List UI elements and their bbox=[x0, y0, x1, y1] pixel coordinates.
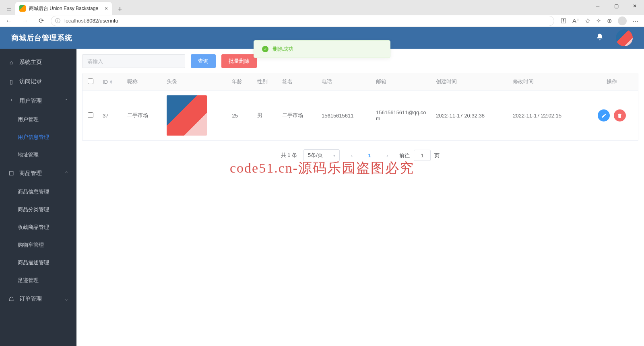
toast-message: 删除成功 bbox=[272, 45, 293, 53]
sidebar-subitem-goods-info[interactable]: 商品信息管理 bbox=[0, 183, 76, 201]
window-close-button[interactable]: ✕ bbox=[625, 0, 644, 12]
sidebar-item-orders[interactable]: ☖ 订单管理 ⌄ bbox=[0, 289, 76, 309]
sidebar-item-label: 用户管理 bbox=[19, 97, 60, 105]
sidebar-item-visits[interactable]: ▯ 访问记录 bbox=[0, 72, 76, 91]
next-page-button[interactable]: › bbox=[382, 150, 393, 161]
sidebar-subitem-goods-fav[interactable]: 收藏商品管理 bbox=[0, 218, 76, 236]
col-nickname: 昵称 bbox=[123, 73, 163, 91]
forward-button: → bbox=[19, 17, 31, 25]
sidebar-subitem-goods-track[interactable]: 足迹管理 bbox=[0, 272, 76, 289]
sidebar-item-label: 订单管理 bbox=[19, 295, 60, 303]
sidebar-item-goods[interactable]: ☐ 商品管理 ⌃ bbox=[0, 164, 76, 183]
chevron-down-icon: ▾ bbox=[333, 153, 335, 158]
cell-signature: 二手市场 bbox=[278, 91, 318, 141]
sidebar-subitem-user-manage[interactable]: 用户管理 bbox=[0, 111, 76, 128]
url-port: 8082 bbox=[87, 18, 98, 24]
bell-icon[interactable] bbox=[596, 33, 604, 43]
sidebar-item-label: 系统主页 bbox=[19, 59, 68, 66]
col-email: 邮箱 bbox=[372, 73, 432, 91]
app-root: 商城后台管理系统 ⌂ 系统主页 ▯ 访问记录 ᕀ 用户管理 ⌃ 用户管理 用户信… bbox=[0, 27, 644, 346]
url-host: localhost: bbox=[64, 18, 87, 24]
address-bar: ← → ⟳ ⓘ localhost:8082/userinfo ⚿ A⁺ ✩ ✧… bbox=[0, 15, 644, 27]
cell-nickname: 二手市场 bbox=[123, 91, 163, 141]
row-checkbox[interactable] bbox=[88, 112, 93, 118]
edit-button[interactable] bbox=[598, 109, 610, 122]
col-id[interactable]: ID▲▼ bbox=[99, 73, 123, 91]
page-number-current[interactable]: 1 bbox=[364, 150, 375, 161]
sidebar-item-label: 商品管理 bbox=[19, 170, 60, 177]
table-header-row: ID▲▼ 昵称 头像 年龄 性别 签名 电话 邮箱 创建时间 修改时间 操作 bbox=[83, 73, 638, 91]
search-button[interactable]: 查询 bbox=[191, 54, 216, 68]
app-body: ⌂ 系统主页 ▯ 访问记录 ᕀ 用户管理 ⌃ 用户管理 用户信息管理 地址管理 … bbox=[0, 49, 644, 346]
collections-icon[interactable]: ⊕ bbox=[607, 17, 612, 25]
url-path: /userinfo bbox=[98, 18, 118, 24]
select-all-cell bbox=[83, 73, 99, 91]
pagination-jump: 前往 页 bbox=[399, 150, 440, 161]
col-avatar: 头像 bbox=[163, 73, 228, 91]
cell-phone: 15615615611 bbox=[318, 91, 372, 141]
col-signature: 签名 bbox=[278, 73, 318, 91]
sidebar-subitem-goods-cart[interactable]: 购物车管理 bbox=[0, 236, 76, 254]
cell-modified: 2022-11-17 22:02:15 bbox=[509, 91, 586, 141]
batch-delete-button[interactable]: 批量删除 bbox=[221, 54, 257, 68]
browser-chrome: ▭ 商城后台 Union Easy Backstage × + ─ ▢ ✕ ← … bbox=[0, 0, 644, 27]
cell-email: 15615615611@qq.com bbox=[372, 91, 432, 141]
col-gender: 性别 bbox=[253, 73, 278, 91]
success-toast: ✓ 删除成功 bbox=[254, 40, 390, 58]
tab-bar: ▭ 商城后台 Union Easy Backstage × + ─ ▢ ✕ bbox=[0, 0, 644, 15]
cart-icon: ☖ bbox=[8, 296, 14, 302]
window-minimize-button[interactable]: ─ bbox=[588, 0, 607, 12]
cell-age: 25 bbox=[228, 91, 253, 141]
read-aloud-icon[interactable]: A⁺ bbox=[572, 17, 580, 25]
prev-page-button[interactable]: ‹ bbox=[346, 150, 357, 161]
user-icon: ᕀ bbox=[8, 98, 14, 104]
menu-icon[interactable]: ⋯ bbox=[632, 17, 638, 25]
close-icon[interactable]: × bbox=[105, 5, 108, 12]
chevron-up-icon: ⌃ bbox=[64, 171, 68, 176]
sidebar: ⌂ 系统主页 ▯ 访问记录 ᕀ 用户管理 ⌃ 用户管理 用户信息管理 地址管理 … bbox=[0, 49, 76, 346]
favicon-icon bbox=[19, 5, 26, 12]
window-maximize-button[interactable]: ▢ bbox=[607, 0, 625, 12]
sidebar-subitem-goods-desc[interactable]: 商品描述管理 bbox=[0, 254, 76, 272]
user-avatar[interactable] bbox=[616, 29, 633, 46]
main-content: 查询 批量删除 ID▲▼ 昵称 头像 年龄 性别 签名 电话 邮箱 创建 bbox=[76, 49, 644, 346]
sidebar-subitem-address[interactable]: 地址管理 bbox=[0, 146, 76, 164]
favorites-icon[interactable]: ✧ bbox=[596, 17, 601, 25]
table-row: 37 二手市场 25 男 二手市场 15615615611 1561561561… bbox=[83, 91, 638, 141]
cell-id: 37 bbox=[99, 91, 123, 141]
url-input[interactable]: ⓘ localhost:8082/userinfo bbox=[51, 16, 554, 26]
sidebar-subitem-user-info[interactable]: 用户信息管理 bbox=[0, 128, 76, 146]
key-icon[interactable]: ⚿ bbox=[561, 17, 567, 24]
new-tab-button[interactable]: + bbox=[114, 4, 126, 15]
cell-avatar bbox=[163, 91, 228, 141]
book-icon: ▯ bbox=[8, 78, 14, 85]
user-table: ID▲▼ 昵称 头像 年龄 性别 签名 电话 邮箱 创建时间 修改时间 操作 bbox=[82, 73, 638, 141]
sidebar-item-home[interactable]: ⌂ 系统主页 bbox=[0, 53, 76, 72]
cell-actions bbox=[586, 91, 638, 141]
sidebar-item-users[interactable]: ᕀ 用户管理 ⌃ bbox=[0, 91, 76, 111]
delete-button[interactable] bbox=[614, 109, 626, 122]
back-button[interactable]: ← bbox=[2, 17, 15, 25]
star-icon[interactable]: ✩ bbox=[585, 17, 590, 25]
refresh-button[interactable]: ⟳ bbox=[35, 17, 47, 25]
pagination: 共 1 条 5条/页 ▾ ‹ 1 › 前往 页 bbox=[82, 149, 638, 161]
browser-tab[interactable]: 商城后台 Union Easy Backstage × bbox=[15, 2, 112, 15]
profile-avatar-icon[interactable] bbox=[618, 16, 627, 25]
col-actions: 操作 bbox=[586, 73, 638, 91]
tab-title: 商城后台 Union Easy Backstage bbox=[29, 5, 101, 12]
tab-overview-icon[interactable]: ▭ bbox=[2, 3, 15, 15]
site-info-icon[interactable]: ⓘ bbox=[55, 17, 60, 25]
col-modified: 修改时间 bbox=[509, 73, 586, 91]
search-input[interactable] bbox=[82, 54, 185, 68]
sidebar-item-label: 访问记录 bbox=[19, 78, 68, 85]
select-all-checkbox[interactable] bbox=[88, 78, 93, 84]
sort-icon: ▲▼ bbox=[109, 80, 113, 84]
col-age: 年龄 bbox=[228, 73, 253, 91]
sidebar-subitem-goods-cat[interactable]: 商品分类管理 bbox=[0, 201, 76, 218]
cell-created: 2022-11-17 20:32:38 bbox=[432, 91, 509, 141]
col-phone: 电话 bbox=[318, 73, 372, 91]
jump-input[interactable] bbox=[414, 150, 431, 161]
page-size-select[interactable]: 5条/页 ▾ bbox=[303, 149, 340, 161]
pagination-total: 共 1 条 bbox=[281, 152, 297, 159]
chevron-down-icon: ⌄ bbox=[64, 296, 68, 302]
